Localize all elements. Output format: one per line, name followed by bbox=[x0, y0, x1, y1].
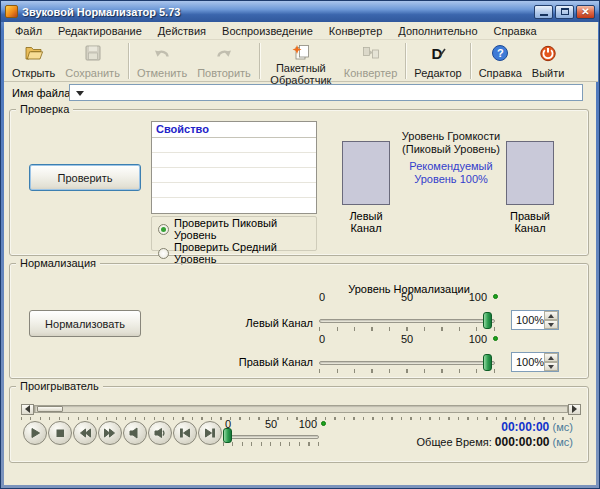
up-arrow-icon bbox=[548, 353, 554, 360]
scale-end-dot bbox=[493, 336, 498, 341]
toolbar-undo-button: Отменить bbox=[132, 42, 192, 82]
toolbar-open-button[interactable]: Открыть bbox=[7, 42, 60, 82]
property-table: Свойство bbox=[151, 121, 317, 214]
total-time-label: Общее Время: bbox=[417, 436, 492, 448]
toolbar-batch-processor-label: Пакетный Обработчик bbox=[268, 63, 334, 86]
toolbar-undo-label: Отменить bbox=[137, 68, 187, 80]
window-title: Звуковой Нормализатор 5.73 bbox=[22, 6, 534, 18]
position-slider bbox=[21, 403, 581, 415]
check-button[interactable]: Проверить bbox=[29, 164, 141, 191]
seek-start-button[interactable] bbox=[173, 421, 197, 445]
volume-down-button[interactable] bbox=[123, 421, 147, 445]
filename-combobox[interactable] bbox=[69, 84, 583, 101]
scale-mid: 50 bbox=[401, 333, 413, 345]
converter-icon bbox=[360, 43, 382, 63]
scale-end-dot bbox=[493, 294, 498, 299]
minimize-button[interactable] bbox=[534, 5, 553, 19]
scale-end-dot bbox=[321, 421, 326, 426]
menu-file[interactable]: Файл bbox=[7, 23, 50, 39]
toolbar-save-button: Сохранить bbox=[60, 42, 125, 82]
maximize-button[interactable] bbox=[555, 5, 574, 19]
left-level-slider-track[interactable] bbox=[319, 319, 495, 323]
toolbar-converter-button: Конвертер bbox=[339, 42, 402, 82]
radio-mean-level[interactable]: Проверить Средний Уровень bbox=[158, 241, 316, 265]
menu-converter[interactable]: Конвертер bbox=[321, 23, 390, 39]
table-row[interactable] bbox=[152, 153, 316, 168]
menu-edit[interactable]: Редактирование bbox=[50, 23, 150, 39]
toolbar-help-label: Справка bbox=[479, 68, 522, 80]
toolbar-exit-label: Выйти bbox=[532, 68, 565, 80]
table-row[interactable] bbox=[152, 168, 316, 183]
filename-label: Имя файла: bbox=[12, 87, 73, 99]
volume-slider-thumb[interactable] bbox=[223, 428, 232, 443]
stop-button[interactable] bbox=[48, 421, 72, 445]
current-time-value: 00:00:00 bbox=[501, 420, 549, 434]
dropdown-arrow-icon[interactable] bbox=[76, 91, 84, 100]
rewind-icon bbox=[79, 427, 91, 439]
right-spin-up-button[interactable] bbox=[544, 353, 558, 362]
left-spin-down-button[interactable] bbox=[544, 320, 558, 329]
menu-extra[interactable]: Дополнительно bbox=[390, 23, 485, 39]
toolbar-editor-button[interactable]: D Редактор bbox=[409, 42, 466, 82]
play-button[interactable] bbox=[23, 421, 47, 445]
normalize-button[interactable]: Нормализовать bbox=[29, 310, 141, 337]
current-time: 00:00:00 (мс) bbox=[501, 420, 573, 434]
help-icon: ? bbox=[489, 43, 511, 63]
seek-end-button[interactable] bbox=[198, 421, 222, 445]
total-time: Общее Время: 000:00:00 (мс) bbox=[417, 435, 573, 449]
volume-slider-ticks bbox=[223, 442, 320, 446]
radio-peak-level[interactable]: Проверить Пиковый Уровень bbox=[158, 217, 316, 241]
position-left-arrow-button[interactable] bbox=[21, 404, 34, 415]
save-icon bbox=[82, 43, 104, 63]
volume-up-button[interactable] bbox=[148, 421, 172, 445]
table-row[interactable] bbox=[152, 183, 316, 198]
volume-level-caption: Уровень Громкости (Пиковый Уровень) Реко… bbox=[393, 130, 509, 186]
right-arrow-icon bbox=[572, 405, 581, 413]
toolbar-converter-label: Конвертер bbox=[344, 68, 397, 80]
menu-help[interactable]: Справка bbox=[486, 23, 545, 39]
forward-button[interactable] bbox=[98, 421, 122, 445]
left-spin-up-button[interactable] bbox=[544, 311, 558, 320]
forward-icon bbox=[104, 427, 116, 439]
left-level-slider-thumb[interactable] bbox=[483, 312, 492, 329]
left-slider-scale: 0 50 100 bbox=[319, 291, 495, 303]
right-level-value[interactable]: 100% bbox=[512, 353, 544, 371]
right-level-spinbox[interactable]: 100% bbox=[511, 352, 559, 372]
down-arrow-icon bbox=[548, 365, 554, 372]
titlebar: Звуковой Нормализатор 5.73 ✕ bbox=[1, 1, 599, 22]
right-spin-down-button[interactable] bbox=[544, 362, 558, 371]
property-table-header: Свойство bbox=[152, 122, 316, 138]
batch-processor-icon bbox=[290, 43, 312, 63]
right-channel-label: Правый Канал bbox=[496, 210, 564, 234]
radio-peak-label: Проверить Пиковый Уровень bbox=[174, 217, 316, 241]
scale-min: 0 bbox=[319, 333, 325, 345]
table-row[interactable] bbox=[152, 138, 316, 153]
volume-scale: 0 50 100 bbox=[225, 418, 317, 430]
app-window: Звуковой Нормализатор 5.73 ✕ Файл Редакт… bbox=[0, 0, 600, 489]
position-right-arrow-button[interactable] bbox=[568, 404, 581, 415]
left-level-spinbox[interactable]: 100% bbox=[511, 310, 559, 330]
check-button-label: Проверить bbox=[57, 172, 112, 184]
toolbar-exit-button[interactable]: Выйти bbox=[527, 42, 570, 82]
rewind-button[interactable] bbox=[73, 421, 97, 445]
toolbar-batch-processor-button[interactable]: Пакетный Обработчик bbox=[263, 42, 339, 82]
redo-icon bbox=[213, 43, 235, 63]
total-time-unit: (мс) bbox=[553, 436, 573, 448]
toolbar-open-label: Открыть bbox=[12, 68, 55, 80]
right-level-slider-thumb[interactable] bbox=[483, 354, 492, 371]
close-button[interactable]: ✕ bbox=[576, 5, 595, 19]
table-row[interactable] bbox=[152, 198, 316, 213]
right-level-slider-track[interactable] bbox=[319, 361, 495, 365]
toolbar-save-label: Сохранить bbox=[65, 68, 120, 80]
toolbar-editor-label: Редактор bbox=[414, 68, 461, 80]
menu-actions[interactable]: Действия bbox=[150, 23, 214, 39]
svg-text:?: ? bbox=[497, 47, 504, 59]
undo-icon bbox=[151, 43, 173, 63]
position-slider-thumb[interactable] bbox=[37, 406, 63, 412]
left-level-value[interactable]: 100% bbox=[512, 311, 544, 329]
volume-slider-track[interactable] bbox=[223, 435, 319, 439]
menu-playback[interactable]: Воспроизведение bbox=[214, 23, 321, 39]
position-slider-track[interactable] bbox=[34, 405, 568, 413]
up-arrow-icon bbox=[548, 311, 554, 318]
toolbar-help-button[interactable]: ? Справка bbox=[474, 42, 527, 82]
